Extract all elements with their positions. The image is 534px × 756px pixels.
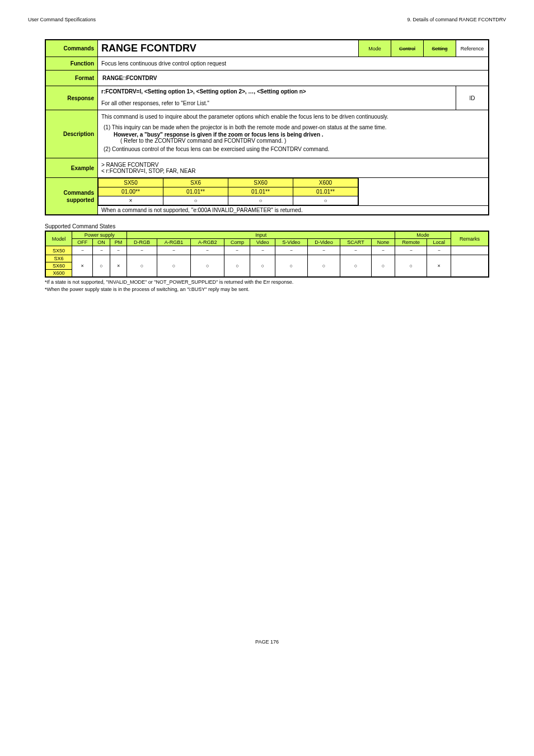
states-caption: Supported Command States xyxy=(45,223,489,229)
table-cell: － xyxy=(224,246,250,255)
table-cell: － xyxy=(340,246,372,255)
table-row-model: SX60 xyxy=(45,262,72,270)
table-cell: － xyxy=(307,246,340,255)
table-cell: × xyxy=(427,255,451,278)
function-text: Focus lens continuous drive control opti… xyxy=(98,57,489,71)
header-right: 9. Details of command RANGE FCONTDRV xyxy=(407,17,506,22)
example-content: > RANGE FCONTDRV < r:FCONTDRV=I, STOP, F… xyxy=(98,158,489,178)
response-line2: For all other responses, refer to "Error… xyxy=(98,97,456,110)
table-cell xyxy=(451,255,489,278)
table-cell: × xyxy=(72,255,93,278)
table-cell: ○ xyxy=(127,255,157,278)
table-cell: ○ xyxy=(275,255,307,278)
response-id: ID xyxy=(456,86,489,110)
table-cell: － xyxy=(93,246,110,255)
format-text: RANGE□FCONTDRV xyxy=(98,71,489,86)
response-line1: r:FCONTDRV=I, <Setting option 1>, <Setti… xyxy=(98,86,456,97)
states-table: Model Power supply Input Mode Remarks OF… xyxy=(45,231,489,278)
supported-label: Commands supported xyxy=(45,178,98,215)
table-row-model: SX50 xyxy=(45,246,72,255)
command-table: Commands RANGE FCONTDRV Mode Control Set… xyxy=(45,39,489,215)
table-cell: － xyxy=(427,246,451,255)
table-cell: × xyxy=(110,255,127,278)
table-cell: ○ xyxy=(224,255,250,278)
table-cell: － xyxy=(110,246,127,255)
response-label: Response xyxy=(45,86,98,110)
table-cell: ○ xyxy=(371,255,395,278)
supported-note: When a command is not supported, "e:000A… xyxy=(98,206,489,215)
table-cell: ○ xyxy=(157,255,190,278)
table-cell: － xyxy=(157,246,190,255)
table-cell: ○ xyxy=(307,255,340,278)
table-row-model: X600 xyxy=(45,270,72,278)
format-label: Format xyxy=(45,71,98,86)
table-cell: ○ xyxy=(93,255,110,278)
function-label: Function xyxy=(45,57,98,71)
table-cell: ○ xyxy=(395,255,427,278)
footnote-1: *If a state is not supported, "INVALID_M… xyxy=(45,279,489,285)
table-cell: － xyxy=(371,246,395,255)
table-cell: － xyxy=(191,246,224,255)
table-cell: － xyxy=(395,246,427,255)
supported-models-table: SX50 SX6 SX60 X600 01.00** 01.01** 01.01… xyxy=(98,178,358,205)
table-cell: ○ xyxy=(340,255,372,278)
badge-control: Control xyxy=(391,40,424,57)
commands-label: Commands xyxy=(45,40,98,57)
table-cell: － xyxy=(72,246,93,255)
footnote-2: *When the power supply state is in the p… xyxy=(45,287,489,292)
description-label: Description xyxy=(45,110,98,158)
table-cell: ○ xyxy=(191,255,224,278)
table-cell: － xyxy=(250,246,275,255)
badge-reference: Reference xyxy=(456,40,489,57)
command-name: RANGE FCONTDRV xyxy=(98,40,359,57)
table-cell xyxy=(451,246,489,255)
table-cell: － xyxy=(127,246,157,255)
page-number: PAGE 176 xyxy=(0,639,534,645)
table-cell: ○ xyxy=(250,255,275,278)
table-cell: － xyxy=(275,246,307,255)
badge-setting: Setting xyxy=(424,40,456,57)
header-left: User Command Specifications xyxy=(28,17,96,22)
badge-mode: Mode xyxy=(359,40,391,57)
example-label: Example xyxy=(45,158,98,178)
description-content: This command is used to inquire about th… xyxy=(98,110,489,158)
table-row-model: SX6 xyxy=(45,255,72,262)
